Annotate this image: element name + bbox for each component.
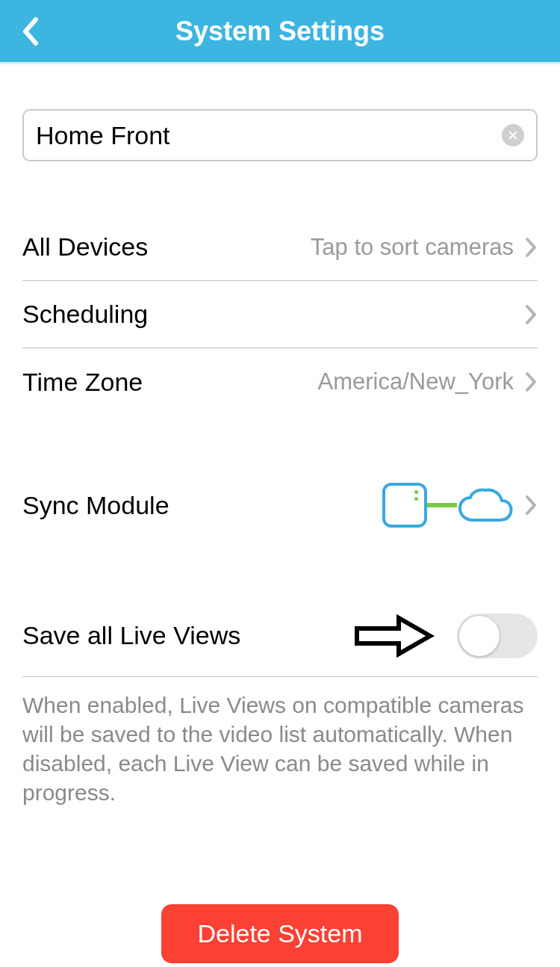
back-button[interactable] xyxy=(13,15,46,48)
row-scheduling[interactable]: Scheduling xyxy=(22,281,538,348)
row-label: Time Zone xyxy=(22,368,143,397)
chevron-right-icon xyxy=(524,304,538,325)
cloud-icon xyxy=(457,487,514,523)
delete-system-button[interactable]: Delete System xyxy=(161,904,398,963)
row-label: All Devices xyxy=(22,232,148,262)
row-label: Scheduling xyxy=(22,300,148,329)
row-save-live-views: Save all Live Views xyxy=(22,595,538,677)
sync-module-status-icon xyxy=(382,483,514,528)
system-name-field[interactable] xyxy=(22,109,538,161)
row-value: Tap to sort cameras xyxy=(311,234,514,261)
close-icon xyxy=(508,130,518,140)
header-bar: System Settings xyxy=(0,0,560,64)
page-title: System Settings xyxy=(175,16,385,47)
chevron-left-icon xyxy=(21,16,39,46)
row-label: Save all Live Views xyxy=(22,621,240,650)
toggle-knob xyxy=(459,616,500,656)
chevron-right-icon xyxy=(524,371,538,392)
system-name-input[interactable] xyxy=(36,121,502,150)
clear-text-button[interactable] xyxy=(502,124,524,146)
save-live-views-help: When enabled, Live Views on compatible c… xyxy=(22,691,538,807)
arrow-right-icon xyxy=(352,614,435,658)
row-label: Sync Module xyxy=(22,491,169,520)
row-time-zone[interactable]: Time Zone America/New_York xyxy=(22,348,538,415)
chevron-right-icon xyxy=(524,237,538,258)
save-live-views-toggle[interactable] xyxy=(457,614,538,658)
row-all-devices[interactable]: All Devices Tap to sort cameras xyxy=(22,214,538,281)
row-value: America/New_York xyxy=(318,368,514,395)
row-sync-module[interactable]: Sync Module xyxy=(22,460,538,550)
chevron-right-icon xyxy=(524,495,538,516)
